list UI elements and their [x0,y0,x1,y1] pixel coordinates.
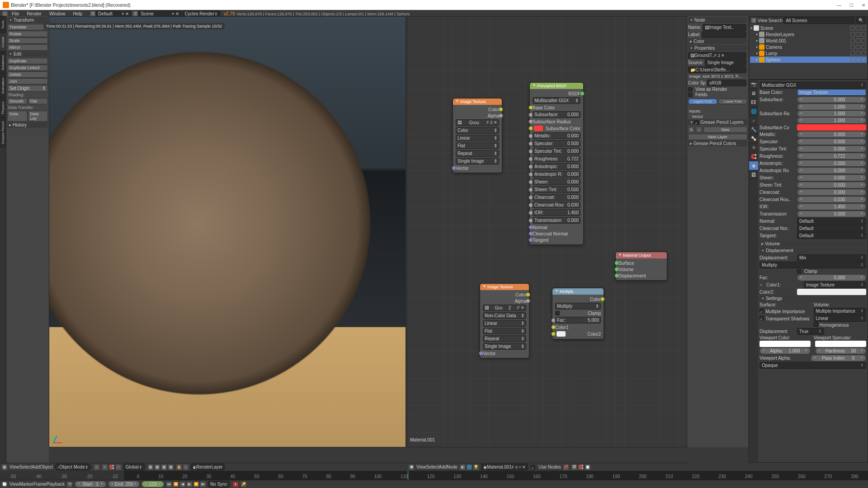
properties-tab-3[interactable]: 🌐 [749,107,758,116]
texture-option[interactable]: Flat⇕ [483,328,526,334]
start-frame[interactable]: Start:1 [75,481,106,488]
keying-set-icon[interactable]: 🔑 [241,481,247,488]
sync-selector[interactable]: No Sync [208,481,230,488]
viewport-editor-icon[interactable]: ▦ [1,464,8,470]
auto-keyframe-icon[interactable]: ● [232,481,239,488]
bsdf-param[interactable]: Clearcoat Rou:0.030 [533,202,580,208]
properties-tab-10[interactable]: 🖼 [749,170,758,179]
menu-render[interactable]: Render [23,11,45,16]
data-transfer-button[interactable]: Data [7,111,28,122]
volume-section[interactable]: Volume [760,241,866,247]
prop-number[interactable]: 0.000 [797,189,866,196]
upper-first-pill[interactable]: Upper First [688,99,717,104]
translate-button[interactable]: Translate [7,24,48,30]
disp-selector[interactable]: Mix [797,254,866,261]
material-output-node[interactable]: Material Output SurfaceVolumeDisplacemen… [615,252,667,281]
image-texture-node-1[interactable]: Image Texture Color Alpha 🖼 Grou F 2 ✕ C… [453,98,502,173]
prop-selector[interactable]: Image Texture [797,89,866,96]
texture-option[interactable]: Linear⇕ [456,135,499,141]
backdrop-icon[interactable]: 🖼 [571,464,577,470]
timeline-marker-menu[interactable]: Marker [19,482,33,487]
tools-tab[interactable]: Tools [0,16,6,33]
outliner-search-menu[interactable]: Search [769,18,783,23]
node-add-menu[interactable]: Add [439,465,447,469]
delete-button[interactable]: Delete [7,71,48,78]
settings-section[interactable]: Settings [760,296,866,301]
color-swatch[interactable] [534,126,543,131]
texture-option[interactable]: Single Image⇕ [483,343,526,350]
prop-number[interactable]: 0.000 [797,160,866,167]
image-texture-node-2[interactable]: Image Texture Color Alpha 🖼 Gro 2 F ✕ No… [480,283,529,358]
distribution-dropdown[interactable]: Multiscatter GGX [760,82,866,89]
viewport-select-menu[interactable]: Select [19,465,32,469]
outliner-item-camera[interactable]: ▸Camera [750,44,867,50]
disp-selector[interactable]: Image Texture [804,282,866,288]
color-swatch[interactable] [797,124,866,131]
timeline-editor-icon[interactable]: 🕐 [1,481,8,488]
shader-type-icon[interactable]: ◐ [459,464,466,470]
texture-option[interactable]: Single Image⇕ [456,158,499,164]
prop-number[interactable]: 0.000 [797,145,866,152]
snap-icon[interactable]: 🧲 [108,464,115,470]
close-button[interactable]: ✕ [862,3,865,8]
distribution-selector[interactable]: Multiscatter GGX⇕ [533,97,580,104]
play-reverse-icon[interactable]: ◀ [179,481,186,488]
mix-rgb-node[interactable]: Multiply Color Multiply⇕ Clamp Fac:5.000… [552,288,604,339]
layers-buttons[interactable]: ▦▦▦▦ [147,464,174,470]
properties-tab-0[interactable]: 📷 [749,80,758,89]
bsdf-param[interactable]: Sheen:0.000 [533,178,580,185]
menu-help[interactable]: Help [70,11,86,16]
node-editor-icon[interactable]: ⬢ [408,464,415,470]
outliner-view-menu[interactable]: View [758,18,768,23]
smooth-button[interactable]: Smooth [7,98,28,104]
viewport-add-menu[interactable]: Add [32,465,40,469]
key-next-icon[interactable]: ⏩ [193,481,199,488]
set-origin-button[interactable]: Set Origin⇕ [7,85,48,92]
timeline-playback-menu[interactable]: Playback [47,482,65,487]
play-icon[interactable]: ▶ [186,481,193,488]
timeline-frame-menu[interactable]: Frame [33,482,47,487]
lock-camera-icon[interactable]: 🔒 [176,464,182,470]
copy-node-icon[interactable]: 📋 [585,464,591,470]
prop-number[interactable]: 0.000 [797,174,866,181]
manipulator-icon[interactable]: ↔ [115,464,122,470]
outliner-item-world.001[interactable]: ▸World.001 [750,38,867,44]
colorspace-selector[interactable]: sRGB [707,80,746,86]
node-section-header[interactable]: Node [688,17,747,23]
viewport-view-menu[interactable]: View [9,465,19,469]
pivot-icon[interactable]: + [102,464,108,470]
color-section-header[interactable]: Color [688,38,747,44]
principled-bsdf-node[interactable]: Principled BSDF BSDF Multiscatter GGX⇕ B… [529,82,584,245]
outliner-editor-icon[interactable]: ☰ [750,17,757,23]
duplicate-button[interactable]: Duplicate [7,58,48,64]
node-header[interactable]: Material Output [616,252,667,258]
renderlayer-selector[interactable]: ◐ RenderLayer [191,464,225,470]
outliner-item-scene[interactable]: ▸Scene [750,25,867,31]
create-tab[interactable]: Create [0,33,6,51]
object-mode-selector[interactable]: ⬦ Object Mode ⇕ [55,464,91,470]
prop-number[interactable]: 0.722 [797,153,866,160]
node-name-field[interactable]: 🖼Image Text.. [703,24,746,31]
texture-option[interactable]: Repeat⇕ [456,150,499,157]
key-prev-icon[interactable]: ⏪ [173,481,179,488]
playhead[interactable] [408,471,408,480]
prop-selector[interactable]: Default [797,225,866,232]
timeline[interactable]: -50-40-30-20-100102030405060708090100110… [0,471,868,480]
fac-input[interactable]: Fac:5.000 [555,317,601,324]
use-nodes-checkbox[interactable] [531,465,535,469]
prop-number[interactable]: 0.000 [797,211,866,217]
jump-start-icon[interactable]: ⏮ [166,481,172,488]
new-layer-button[interactable]: New Layer [688,134,747,140]
texture-option[interactable]: Linear⇕ [483,320,526,327]
pin-icon[interactable]: 📌 [563,464,569,470]
edit-panel-header[interactable]: Edit [7,51,48,57]
outliner-scope[interactable]: All Scenes [783,17,854,24]
shader-world-icon[interactable]: 🌐 [466,464,472,470]
material-selector[interactable]: ◉ Material.001 F 4 + ✕ [481,464,528,470]
properties-tab-8[interactable]: 🧲 [749,152,758,161]
disp-number[interactable]: 5.000 [797,274,866,281]
properties-tab-6[interactable]: 🦴 [749,134,758,143]
source-selector[interactable]: Single Image [705,59,746,66]
displacement-section[interactable]: Displacement [760,248,866,253]
properties-section-header[interactable]: Properties [688,45,747,51]
